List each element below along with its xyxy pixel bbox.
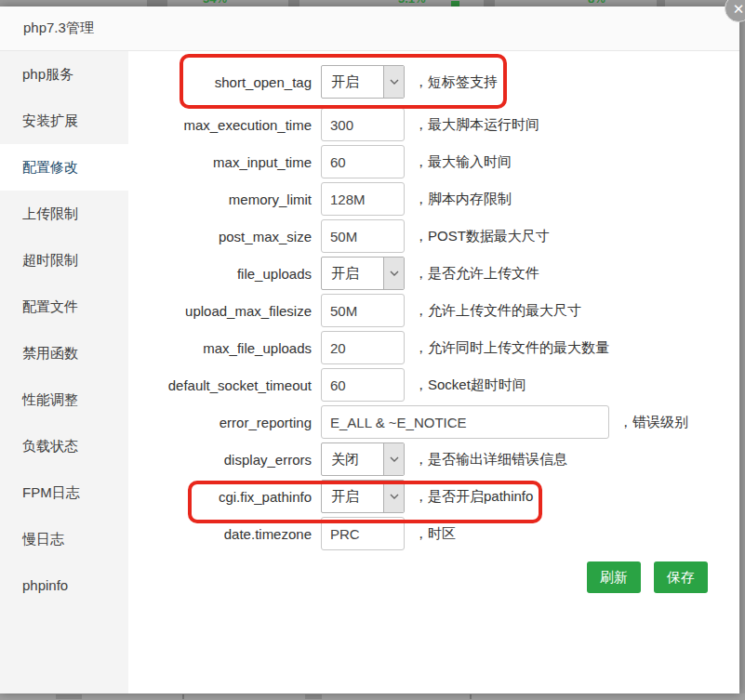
row-upload_max_filesize: upload_max_filesize，允许上传文件的最大尺寸 (128, 292, 739, 329)
sidebar-item-安装扩展[interactable]: 安装扩展 (0, 98, 128, 144)
sidebar-item-php服务[interactable]: php服务 (0, 51, 128, 98)
background-fragment (305, 694, 322, 699)
field-label: upload_max_filesize (128, 303, 312, 319)
sidebar-item-配置文件[interactable]: 配置文件 (0, 284, 128, 330)
field-description: ，最大输入时间 (414, 153, 512, 171)
post_max_size-input[interactable] (321, 219, 405, 253)
background-fragment: 34% (203, 0, 227, 6)
chevron-down-icon (383, 443, 404, 475)
field-label: max_file_uploads (128, 340, 312, 356)
chevron-down-icon (383, 481, 404, 512)
memory_limit-input[interactable] (321, 182, 405, 216)
upload_max_filesize-input[interactable] (321, 294, 405, 327)
row-error_reporting: error_reporting，错误级别 (128, 403, 739, 441)
chevron-down-icon (383, 66, 404, 98)
save-button[interactable]: 保存 (654, 561, 708, 593)
field-description: ，是否开启pathinfo (414, 488, 533, 506)
row-display_errors: display_errors关闭，是否输出详细错误信息 (128, 441, 739, 478)
background-fragment (56, 694, 82, 699)
refresh-button[interactable]: 刷新 (587, 561, 641, 593)
field-label: default_socket_timeout (128, 377, 312, 393)
short_open_tag-select[interactable]: 开启 (321, 65, 405, 99)
sidebar-item-配置修改[interactable]: 配置修改 (0, 144, 128, 191)
select-value: 开启 (322, 258, 383, 289)
background-fragment (182, 694, 184, 699)
row-post_max_size: post_max_size，POST数据最大尺寸 (128, 218, 739, 255)
field-label: error_reporting (128, 415, 312, 430)
default_socket_timeout-input[interactable] (321, 368, 405, 402)
field-description: ，POST数据最大尺寸 (414, 228, 550, 245)
row-cgi.fix_pathinfo: cgi.fix_pathinfo开启，是否开启pathinfo (128, 478, 739, 515)
field-description: ，时区 (414, 525, 456, 543)
dimmed-background-top: 34%3.1%8% (0, 0, 745, 7)
field-description: ，允许上传文件的最大尺寸 (414, 302, 581, 320)
sidebar-item-性能调整[interactable]: 性能调整 (0, 376, 128, 423)
background-fragment (657, 0, 665, 7)
field-description: ，是否输出详细错误信息 (414, 451, 567, 469)
row-short_open_tag: short_open_tag开启，短标签支持 (128, 58, 739, 106)
sidebar: php服务安装扩展配置修改上传限制超时限制配置文件禁用函数性能调整负载状态FPM… (0, 51, 128, 693)
sidebar-item-上传限制[interactable]: 上传限制 (0, 191, 128, 237)
background-fragment (288, 0, 299, 7)
row-memory_limit: memory_limit，脚本内存限制 (128, 180, 739, 218)
row-default_socket_timeout: default_socket_timeout，Socket超时时间 (128, 366, 739, 403)
row-max_input_time: max_input_time，最大输入时间 (128, 143, 739, 180)
field-label: short_open_tag (128, 74, 312, 90)
field-label: memory_limit (128, 192, 312, 207)
select-value: 关闭 (322, 443, 383, 475)
max_file_uploads-input[interactable] (321, 331, 405, 364)
file_uploads-select[interactable]: 开启 (321, 257, 405, 290)
field-description: ，短标签支持 (414, 73, 498, 91)
background-fragment (470, 694, 472, 699)
field-label: cgi.fix_pathinfo (128, 489, 312, 505)
field-label: display_errors (128, 452, 312, 468)
sidebar-item-禁用函数[interactable]: 禁用函数 (0, 330, 128, 376)
row-max_file_uploads: max_file_uploads，允许同时上传文件的最大数量 (128, 329, 739, 366)
button-row: 刷新 保存 (128, 561, 708, 593)
row-file_uploads: file_uploads开启，是否允许上传文件 (128, 255, 739, 292)
row-date.timezone: date.timezone，时区 (128, 515, 739, 552)
max_input_time-input[interactable] (321, 145, 405, 178)
field-label: max_input_time (128, 154, 312, 170)
sidebar-item-FPM日志[interactable]: FPM日志 (0, 469, 128, 516)
field-label: post_max_size (128, 229, 312, 244)
display_errors-select[interactable]: 关闭 (321, 442, 405, 476)
chevron-down-icon (383, 258, 404, 289)
field-description: ，Socket超时时间 (414, 376, 526, 394)
field-description: ，是否允许上传文件 (414, 265, 539, 283)
background-fragment: 8% (588, 0, 605, 6)
field-description: ，脚本内存限制 (414, 191, 512, 208)
php-manager-dialog: ✕ php7.3管理 php服务安装扩展配置修改上传限制超时限制配置文件禁用函数… (0, 7, 739, 693)
select-value: 开启 (322, 66, 383, 98)
cgi.fix_pathinfo-select[interactable]: 开启 (321, 480, 405, 513)
sidebar-item-phpinfo[interactable]: phpinfo (0, 562, 128, 609)
max_execution_time-input[interactable] (321, 108, 405, 141)
field-label: max_execution_time (128, 117, 312, 133)
background-fragment (147, 0, 167, 7)
background-fragment (484, 0, 495, 7)
field-label: file_uploads (128, 266, 312, 282)
field-description: ，最大脚本运行时间 (414, 116, 539, 134)
sidebar-item-负载状态[interactable]: 负载状态 (0, 423, 128, 469)
background-fragment: 3.1% (398, 0, 426, 6)
sidebar-item-超时限制[interactable]: 超时限制 (0, 237, 128, 284)
field-label: date.timezone (128, 526, 312, 542)
field-description: ，错误级别 (619, 414, 688, 431)
dimmed-background-bottom (0, 693, 745, 700)
error_reporting-input[interactable] (321, 405, 609, 439)
dialog-titlebar: php7.3管理 (0, 7, 739, 51)
config-panel: short_open_tag开启，短标签支持max_execution_time… (128, 51, 739, 693)
select-value: 开启 (322, 481, 383, 512)
row-max_execution_time: max_execution_time，最大脚本运行时间 (128, 106, 739, 143)
dialog-title: php7.3管理 (23, 20, 94, 37)
date.timezone-input[interactable] (321, 517, 405, 550)
sidebar-item-慢日志[interactable]: 慢日志 (0, 516, 128, 562)
field-description: ，允许同时上传文件的最大数量 (414, 339, 609, 357)
